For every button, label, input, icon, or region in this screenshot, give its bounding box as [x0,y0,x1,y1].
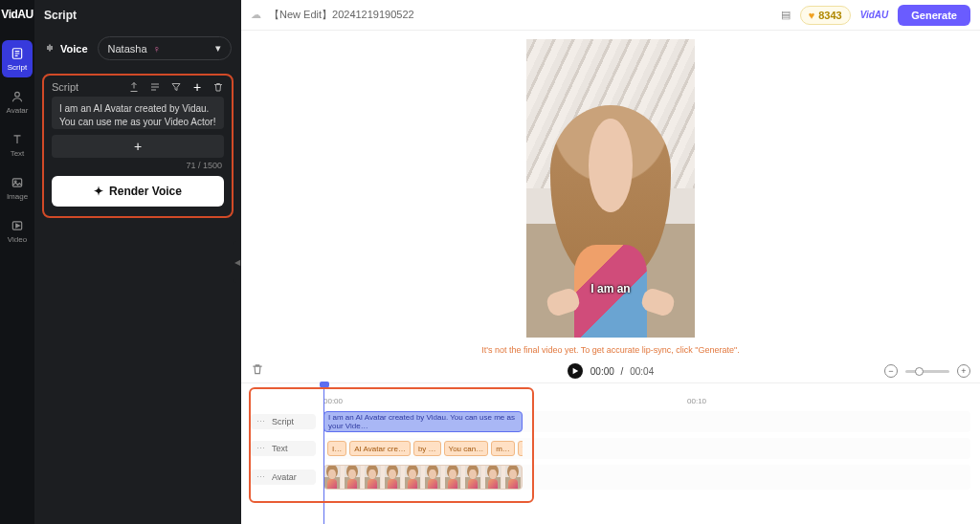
paragraph-icon[interactable] [149,81,161,93]
voice-wave-icon [44,42,56,55]
side-panel: Script Voice Natasha ♀ ▾ Script [34,0,241,524]
text-chip[interactable]: Vide… [518,441,523,456]
credits-badge[interactable]: ♥ 8343 [800,6,851,25]
rail-label: Avatar [7,106,29,115]
text-chip[interactable]: m… [491,441,515,456]
chevron-down-icon: ▾ [215,42,221,55]
preview-caption: I am an [590,282,630,295]
cloud-icon: ☁ [251,9,261,21]
text-chip[interactable]: AI Avatar cre… [349,441,411,456]
rail-item-image[interactable]: Image [2,169,33,207]
play-button[interactable] [568,363,583,379]
text-chip[interactable]: by … [413,441,441,456]
script-icon [10,46,25,61]
rail-item-script[interactable]: Script [2,40,33,77]
nav-rail: VidAU Script Avatar Text Image Video [0,0,34,524]
zoom-out-button[interactable]: − [884,364,898,378]
text-icon [10,132,25,147]
timeline-label-script[interactable]: ⋯Script [251,414,316,429]
heart-icon: ♥ [809,10,815,21]
script-header-label: Script [52,81,78,93]
sparkle-icon: ✦ [94,185,103,198]
clip-text-group: I… AI Avatar cre… by … You can… m… Vide… [323,438,523,459]
timeline-label-avatar[interactable]: ⋯Avatar [251,469,316,485]
top-bar: ☁ 【New Edit】20241219190522 ▤ ♥ 8343 VidA… [241,0,980,31]
voice-select[interactable]: Natasha ♀ ▾ [98,36,232,60]
voice-label-text: Voice [60,43,88,55]
text-chip[interactable]: I… [327,441,346,456]
voice-row: Voice Natasha ♀ ▾ [34,31,241,70]
timeline: 00:00 00:10 ⋯Script I am an AI Avatar cr… [241,382,980,524]
add-script-block[interactable]: + [52,135,224,158]
render-voice-button[interactable]: ✦ Render Voice [52,176,224,207]
generate-button[interactable]: Generate [898,5,970,26]
voice-label: Voice [44,42,88,55]
timeline-row-avatar: ⋯Avatar [251,465,970,490]
rail-label: Script [8,63,27,72]
time-display: 00:00 / 00:04 [590,366,654,377]
voice-name: Natasha [108,43,147,55]
rail-item-avatar[interactable]: Avatar [2,83,33,120]
video-preview[interactable]: I am an [526,39,695,338]
preview-area: I am an It's not the final video yet. To… [241,31,980,360]
upload-icon[interactable] [128,81,140,93]
preview-note: It's not the final video yet. To get acc… [481,345,740,355]
render-label: Render Voice [109,185,182,198]
timeline-ruler: 00:00 00:10 [251,397,970,405]
svg-rect-2 [12,179,21,186]
trash-timeline-icon[interactable] [251,362,264,380]
script-box: Script + I am an AI Avatar created by Vi… [42,74,234,218]
script-textarea[interactable]: I am an AI Avatar created by Vidau. You … [52,97,224,129]
timeline-row-text: ⋯Text I… AI Avatar cre… by … You can… m…… [251,438,970,459]
avatar-icon [10,89,25,104]
app-root: VidAU Script Avatar Text Image Video Scr… [0,0,980,524]
clip-avatar[interactable] [323,465,523,490]
rail-label: Video [8,235,27,244]
zoom-slider[interactable] [905,370,949,373]
zoom-in-button[interactable]: + [957,364,970,378]
clip-script[interactable]: I am an AI Avatar created by Vidau. You … [323,411,523,432]
filter-icon[interactable] [170,81,182,93]
rail-label: Text [11,149,25,158]
plus-icon[interactable]: + [191,81,203,93]
rail-item-video[interactable]: Video [2,212,33,250]
rail-item-text[interactable]: Text [2,126,33,164]
side-title: Script [34,0,241,31]
voice-gender-icon: ♀ [153,43,161,55]
timeline-row-script: ⋯Script I am an AI Avatar created by Vid… [251,411,970,432]
text-chip[interactable]: You can… [444,441,489,456]
svg-point-1 [15,92,20,97]
video-icon [10,218,25,233]
app-logo: VidAU [1,8,33,21]
char-count: 71 / 1500 [44,158,232,176]
image-icon [10,175,25,190]
layers-icon[interactable]: ▤ [781,9,791,21]
timeline-label-text[interactable]: ⋯Text [251,441,316,456]
project-name: 【New Edit】20241219190522 [269,8,414,22]
main-area: ☁ 【New Edit】20241219190522 ▤ ♥ 8343 VidA… [241,0,980,524]
transport-controls: 00:00 / 00:04 − + [241,360,980,382]
credits-value: 8343 [818,10,841,21]
rail-label: Image [7,192,28,201]
script-header: Script + [44,76,232,97]
trash-icon[interactable] [212,81,224,93]
watermark-badge[interactable]: VidAU [860,10,889,20]
